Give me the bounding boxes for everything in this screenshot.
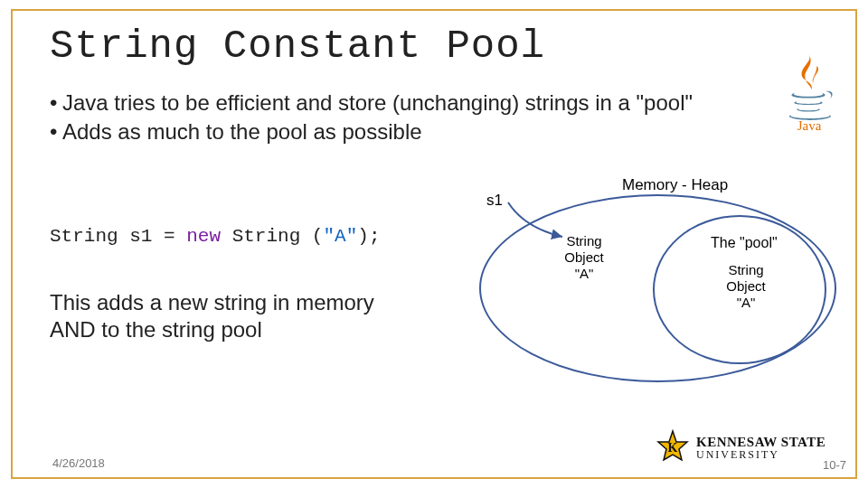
slide-title: String Constant Pool (50, 23, 823, 69)
body-line-2: AND to the string pool (50, 316, 411, 343)
footer-date: 4/26/2018 (52, 456, 105, 470)
body-line-1: This adds a new string in memory (50, 289, 411, 316)
bullet-1-text: Java tries to be efficient and store (un… (62, 90, 693, 115)
code-suffix: ); (357, 226, 380, 247)
pool-obj-l3: "A" (714, 295, 778, 311)
code-line: String s1 = new String ("A"); (50, 226, 381, 247)
slide: String Constant Pool Java •Java tries to… (0, 0, 868, 488)
code-string-literal: "A" (323, 226, 357, 247)
ksu-logo: K KENNESAW STATE UNIVERSITY (655, 427, 844, 468)
ksu-line-2: UNIVERSITY (696, 449, 826, 460)
pool-obj-l1: String (714, 262, 778, 278)
s1-label: s1 (486, 192, 503, 210)
heap-obj-l1: String (555, 233, 613, 249)
svg-text:K: K (668, 441, 678, 455)
heap-string-object: String Object "A" (555, 233, 613, 282)
ksu-line-1: KENNESAW STATE (696, 436, 826, 449)
java-logo-icon: Java (778, 51, 841, 132)
code-prefix: String s1 = (50, 226, 186, 247)
ksu-mark-icon: K (655, 429, 691, 465)
bullet-2-text: Adds as much to the pool as possible (62, 119, 422, 144)
bullet-2: •Adds as much to the pool as possible (50, 119, 755, 145)
java-wordmark: Java (797, 118, 822, 132)
heap-obj-l3: "A" (555, 266, 613, 282)
pool-title: The "pool" (711, 235, 778, 251)
pool-string-object: String Object "A" (714, 262, 778, 311)
code-mid: String ( (221, 226, 323, 247)
pool-obj-l2: Object (714, 278, 778, 295)
code-keyword-new: new (186, 226, 221, 247)
bullet-1: •Java tries to be efficient and store (u… (50, 90, 755, 116)
footer-page-number: 10-7 (823, 458, 846, 472)
heap-label: Memory - Heap (622, 176, 728, 194)
body-text: This adds a new string in memory AND to … (50, 289, 411, 343)
heap-obj-l2: Object (555, 249, 613, 266)
bullet-list: •Java tries to be efficient and store (u… (50, 90, 755, 148)
